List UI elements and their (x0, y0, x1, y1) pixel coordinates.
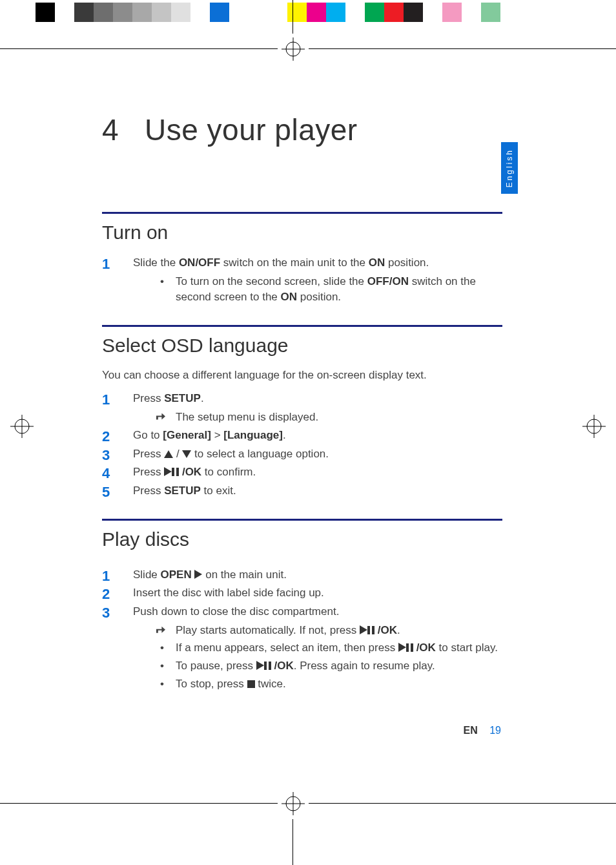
step: Insert the disc with label side facing u… (102, 585, 502, 601)
section-intro: You can choose a different language for … (102, 368, 502, 383)
up-arrow-icon (164, 450, 173, 458)
step: Press SETUP to exit. (102, 483, 502, 499)
section-heading-play: Play discs (102, 528, 502, 550)
step: Push down to close the disc compartment.… (102, 604, 502, 692)
section-rule (102, 212, 502, 214)
down-arrow-icon (182, 450, 191, 458)
page-content: 4 Use your player Turn on Slide the ON/O… (102, 112, 502, 711)
sub-bullet: To stop, press twice. (156, 676, 502, 693)
play-icon (164, 467, 172, 476)
sub-bullet: To pause, press /OK. Press again to resu… (156, 658, 502, 674)
section-rule (102, 519, 502, 521)
crop-line (309, 803, 616, 804)
crop-line (309, 48, 616, 49)
step: Slide OPEN on the main unit. (102, 567, 502, 583)
language-tab-label: English (505, 149, 514, 187)
sub-bullet: If a menu appears, select an item, then … (156, 640, 502, 656)
footer-page-number: 19 (489, 725, 501, 736)
crop-line (0, 48, 278, 49)
play-icon (398, 643, 406, 652)
turn-on-steps: Slide the ON/OFF switch on the main unit… (102, 255, 502, 306)
step: Go to [General] > [Language]. (102, 428, 502, 444)
step: Slide the ON/OFF switch on the main unit… (102, 255, 502, 306)
step: Press /OK to confirm. (102, 464, 502, 481)
section-heading-osd: Select OSD language (102, 335, 502, 357)
pause-icon (406, 643, 413, 652)
step: Press / to select a language option. (102, 446, 502, 463)
registration-mark-icon (582, 415, 606, 438)
step: Press SETUP. The setup menu is displayed… (102, 391, 502, 425)
footer-lang: EN (464, 725, 478, 736)
registration-mark-icon (282, 792, 305, 815)
osd-steps: Press SETUP. The setup menu is displayed… (102, 391, 502, 499)
sub-bullet: To turn on the second screen, slide the … (156, 274, 502, 306)
registration-mark-icon (282, 37, 305, 61)
stop-icon (247, 680, 255, 688)
pause-icon (172, 468, 179, 476)
chapter-number: 4 (102, 112, 145, 147)
pause-icon (264, 662, 271, 670)
result-arrow: The setup menu is displayed. (156, 410, 502, 426)
play-icon (360, 625, 367, 634)
play-steps: Slide OPEN on the main unit. Insert the … (102, 567, 502, 692)
crop-line (293, 0, 293, 34)
crop-line (293, 819, 293, 865)
registration-mark-icon (10, 415, 34, 438)
pause-icon (367, 626, 375, 634)
language-tab: English (501, 142, 518, 194)
play-icon (256, 661, 264, 670)
crop-line (0, 803, 278, 804)
chapter-heading: 4 Use your player (102, 112, 502, 147)
printer-color-bar (36, 3, 520, 22)
page-footer: EN 19 (464, 725, 501, 736)
section-rule (102, 325, 502, 327)
play-icon (194, 570, 202, 579)
section-heading-turn-on: Turn on (102, 222, 502, 244)
chapter-title: Use your player (145, 112, 358, 147)
result-arrow: Play starts automatically. If not, press… (156, 623, 502, 639)
